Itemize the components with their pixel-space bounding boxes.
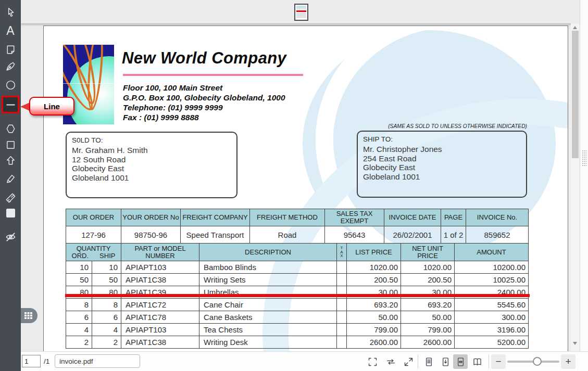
- order-header-cell: FREIGHT METHOD: [250, 209, 325, 226]
- item-cell: 3196.00: [455, 324, 529, 336]
- company-name: New World Company: [122, 49, 286, 68]
- toolbar-separator: [489, 355, 489, 368]
- rectangle-tool-button[interactable]: [2, 136, 19, 153]
- item-cell: 2: [92, 336, 121, 349]
- company-address: Floor 100, 100 Main Street G.P.O. Box 10…: [123, 83, 285, 122]
- page-thumbnail[interactable]: [294, 4, 308, 21]
- polygon-tool-button[interactable]: [2, 120, 19, 137]
- quantity-header-cell: QUANTITY ORD. SHIP: [66, 244, 121, 261]
- order-header-cell: OUR ORDER: [66, 209, 121, 226]
- item-cell: 2600.00: [401, 336, 455, 349]
- order-header-cell: FREIGHT COMPANY: [181, 209, 250, 226]
- item-cell: 693.20: [401, 299, 455, 311]
- item-cell: Writing Desk: [199, 336, 337, 349]
- ellipse-tool-button[interactable]: [2, 76, 19, 94]
- scrollbar-thumb[interactable]: [572, 31, 579, 158]
- item-cell: 693.20: [347, 299, 401, 311]
- text-tool-button[interactable]: A: [2, 22, 19, 40]
- pdf-page: New World Company Floor 100, 100 Main St…: [43, 25, 568, 351]
- item-cell: APIAPT103: [121, 261, 199, 274]
- order-header-cell: PAGE: [441, 209, 466, 226]
- filename-input[interactable]: [55, 354, 140, 368]
- item-row: 50 50 APIAT1C38 Writing Sets 200.50 200.…: [66, 274, 529, 286]
- bottom-toolbar: /1 − +: [21, 351, 588, 371]
- line-tool-callout: Line: [29, 97, 74, 116]
- item-cell: 10200.00: [455, 261, 529, 274]
- zoom-out-button[interactable]: −: [491, 354, 506, 369]
- item-cell: 50: [66, 274, 92, 286]
- callout-tail: [20, 103, 30, 111]
- single-page-view-button[interactable]: [421, 354, 436, 369]
- note-tool-button[interactable]: [2, 41, 19, 58]
- item-cell: 799.00: [401, 324, 455, 336]
- sold-to-box: S0LD TO: Mr. Graham H. Smith 12 South Ro…: [66, 132, 237, 198]
- order-header-cell: INVOICE No.: [466, 209, 529, 226]
- item-cell: 5545.60: [455, 299, 529, 311]
- tax-header-cell: T A X: [337, 244, 347, 261]
- item-cell: 200.50: [347, 274, 401, 286]
- hexagon-icon: [5, 123, 17, 135]
- sold-to-line: 12 South Road: [72, 155, 236, 164]
- order-value-cell: 859652: [466, 226, 529, 244]
- horizontal-scroll-view-button[interactable]: [453, 354, 468, 369]
- fit-screen-icon: [367, 356, 378, 367]
- thumb-line: [296, 9, 306, 9]
- fit-width-button[interactable]: [383, 354, 398, 369]
- color-swatch-button[interactable]: [2, 204, 19, 222]
- thumb-line: [296, 6, 306, 7]
- address-line: G.P.O. Box 100, Globecity Globeland, 100…: [123, 93, 285, 103]
- item-cell: Writing Sets: [199, 274, 337, 286]
- fountain-pen-icon: [5, 60, 17, 72]
- order-value-row: 127-96 98750-96 Speed Transport Road 956…: [66, 226, 529, 244]
- ship-to-line: 254 East Road: [363, 154, 526, 163]
- highlighter-tool-button[interactable]: [2, 170, 19, 187]
- hide-annotations-button[interactable]: [2, 228, 19, 246]
- fit-screen-button[interactable]: [365, 354, 380, 369]
- item-cell: 2: [66, 336, 92, 349]
- line-tool-button[interactable]: [2, 96, 19, 113]
- expand-view-button[interactable]: [401, 354, 416, 369]
- sold-to-line: Globecity East: [72, 164, 236, 173]
- grid-panel-toggle-button[interactable]: [19, 308, 37, 323]
- page-number-input[interactable]: [22, 355, 41, 367]
- item-cell: [337, 299, 347, 311]
- item-cell: 50: [92, 274, 121, 286]
- scroll-down-icon[interactable]: [573, 342, 577, 345]
- document-viewer: New World Company Floor 100, 100 Main St…: [21, 23, 571, 351]
- ship-to-note: (SAME AS SOLD TO UNLESS OTHERWISE INDICA…: [372, 123, 527, 129]
- item-cell: 4: [66, 324, 92, 336]
- ship-to-line: Globeland 1001: [363, 172, 526, 182]
- thumb-line: [296, 13, 306, 14]
- thumb-red-line: [296, 10, 306, 12]
- item-cell: 8: [92, 299, 121, 311]
- two-page-view-button[interactable]: [470, 354, 484, 369]
- item-cell: 10: [92, 261, 121, 274]
- vertical-scrollbar[interactable]: [571, 23, 580, 351]
- line-annotation[interactable]: [65, 294, 530, 297]
- thumb-line: [296, 16, 306, 17]
- order-header-cell: INVOICE DATE: [384, 209, 441, 226]
- zoom-slider-knob[interactable]: [533, 357, 542, 366]
- vertical-scroll-view-button[interactable]: [438, 354, 453, 369]
- item-cell: [337, 261, 347, 274]
- select-tool-button[interactable]: [2, 3, 19, 21]
- page-vertical-scroll-icon: [440, 356, 451, 367]
- pen-tool-button[interactable]: [2, 57, 19, 75]
- page-total-label: /1: [44, 357, 49, 365]
- item-cell: 799.00: [347, 324, 401, 336]
- ship-to-line: Mr. Christopher Jones: [363, 145, 526, 154]
- item-row: 2 2 APIAT1C38 Writing Desk 2600.00 2600.…: [66, 336, 529, 349]
- scroll-up-icon[interactable]: [573, 26, 577, 29]
- ruler-icon: [5, 192, 17, 204]
- sold-to-label: S0LD TO:: [72, 136, 236, 144]
- item-cell: 50.00: [347, 311, 401, 324]
- eye-off-icon: [5, 231, 17, 243]
- item-cell: APIAT1C78: [121, 311, 199, 324]
- arrow-tool-button[interactable]: [2, 151, 19, 169]
- order-info-table: OUR ORDER YOUR ORDER No FREIGHT COMPANY …: [66, 209, 529, 244]
- zoom-in-button[interactable]: +: [561, 354, 576, 369]
- square-icon: [5, 139, 17, 151]
- fit-width-icon: [385, 356, 396, 367]
- panel-resize-grip[interactable]: [582, 150, 587, 167]
- item-cell: 2600.00: [347, 336, 401, 349]
